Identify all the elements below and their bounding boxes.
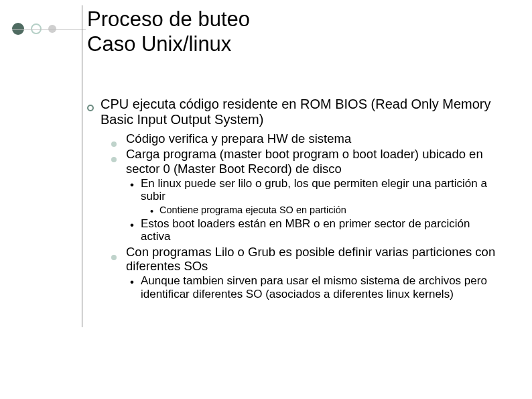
dot-bullet-icon: • xyxy=(130,276,141,302)
bullet-level4: • Contiene programa ejecuta SO en partic… xyxy=(150,205,496,216)
bullet-text: CPU ejecuta código residente en ROM BIOS… xyxy=(101,97,496,127)
dot-bullet-icon: • xyxy=(130,219,141,245)
bullet-level3: • Aunque tambien sirven para usar el mis… xyxy=(130,274,496,300)
bullet-level2: Código verifica y prepara HW de sistema xyxy=(111,131,496,146)
decor-hline xyxy=(12,29,86,30)
slide-body: CPU ejecuta código residente en ROM BIOS… xyxy=(87,97,496,300)
dot-bullet-icon: • xyxy=(150,206,159,217)
header-decoration xyxy=(12,23,56,35)
bullet-level2: Con programas Lilo o Grub es posible def… xyxy=(111,245,496,274)
ring-bullet-icon xyxy=(87,97,101,127)
bullet-level3: • En linux puede ser lilo o grub, los qu… xyxy=(130,177,496,203)
title-line-1: Proceso de buteo xyxy=(87,7,250,32)
bullet-text: Carga programa (master boot program o bo… xyxy=(126,147,496,176)
bullet-text: Con programas Lilo o Grub es posible def… xyxy=(126,245,496,274)
dot-bullet-icon: • xyxy=(130,178,141,205)
disc-bullet-icon xyxy=(111,131,126,146)
bullet-level1: CPU ejecuta código residente en ROM BIOS… xyxy=(87,97,496,127)
bullet-text: Código verifica y prepara HW de sistema xyxy=(126,131,496,146)
bullet-text: Estos boot loaders están en MBR o en pri… xyxy=(141,217,496,243)
title-vertical-line xyxy=(82,5,82,327)
bullet-text: Contiene programa ejecuta SO en partició… xyxy=(159,205,496,216)
slide-title: Proceso de buteo Caso Unix/linux xyxy=(87,7,250,56)
title-line-2: Caso Unix/linux xyxy=(87,32,250,56)
disc-bullet-icon xyxy=(111,147,126,176)
bullet-level2: Carga programa (master boot program o bo… xyxy=(111,147,496,176)
disc-bullet-icon xyxy=(111,245,126,274)
bullet-text: En linux puede ser lilo o grub, los que … xyxy=(141,177,496,203)
bullet-level3: • Estos boot loaders están en MBR o en p… xyxy=(130,217,496,243)
bullet-text: Aunque tambien sirven para usar el mismo… xyxy=(141,274,496,300)
